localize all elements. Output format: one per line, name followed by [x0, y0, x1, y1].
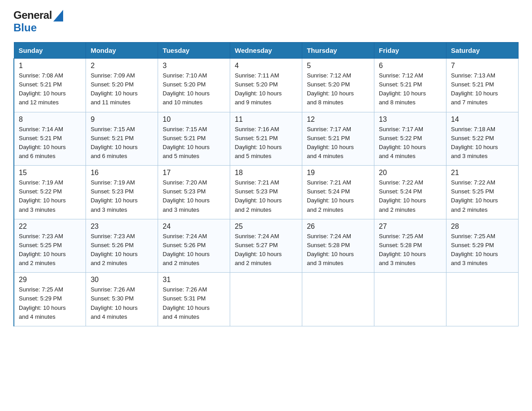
day-number: 30	[90, 276, 153, 284]
day-number: 12	[307, 116, 369, 124]
calendar-cell: 5Sunrise: 7:12 AMSunset: 5:20 PMDaylight…	[302, 59, 374, 112]
day-number: 23	[90, 223, 153, 231]
weekday-header-row: SundayMondayTuesdayWednesdayThursdayFrid…	[14, 43, 519, 59]
calendar-cell: 8Sunrise: 7:14 AMSunset: 5:21 PMDaylight…	[14, 112, 86, 166]
day-number: 28	[451, 223, 514, 231]
logo-triangle-icon	[53, 10, 63, 21]
weekday-header-thursday: Thursday	[302, 43, 374, 59]
day-number: 20	[379, 169, 442, 177]
week-row-4: 22Sunrise: 7:23 AMSunset: 5:25 PMDayligh…	[14, 219, 519, 273]
day-detail: Sunrise: 7:16 AMSunset: 5:21 PMDaylight:…	[235, 125, 297, 161]
day-number: 8	[19, 116, 81, 124]
calendar-cell: 31Sunrise: 7:26 AMSunset: 5:31 PMDayligh…	[158, 273, 230, 326]
day-number: 25	[235, 223, 297, 231]
day-number: 2	[90, 62, 153, 70]
day-number: 4	[235, 62, 297, 70]
day-detail: Sunrise: 7:19 AMSunset: 5:23 PMDaylight:…	[90, 178, 153, 214]
calendar-cell	[374, 273, 446, 326]
calendar-cell: 28Sunrise: 7:25 AMSunset: 5:29 PMDayligh…	[446, 219, 519, 273]
calendar-table: SundayMondayTuesdayWednesdayThursdayFrid…	[13, 42, 519, 326]
day-number: 10	[163, 116, 225, 124]
day-detail: Sunrise: 7:08 AMSunset: 5:21 PMDaylight:…	[19, 71, 81, 107]
day-detail: Sunrise: 7:15 AMSunset: 5:21 PMDaylight:…	[90, 125, 153, 161]
calendar-cell: 21Sunrise: 7:22 AMSunset: 5:25 PMDayligh…	[446, 166, 519, 219]
calendar-cell: 2Sunrise: 7:09 AMSunset: 5:20 PMDaylight…	[86, 59, 158, 112]
weekday-header-tuesday: Tuesday	[158, 43, 230, 59]
calendar-cell: 18Sunrise: 7:21 AMSunset: 5:23 PMDayligh…	[230, 166, 302, 219]
day-number: 17	[163, 169, 225, 177]
calendar-cell: 6Sunrise: 7:12 AMSunset: 5:21 PMDaylight…	[374, 59, 446, 112]
day-detail: Sunrise: 7:25 AMSunset: 5:29 PMDaylight:…	[451, 232, 514, 268]
calendar-cell: 1Sunrise: 7:08 AMSunset: 5:21 PMDaylight…	[14, 59, 86, 112]
day-number: 22	[19, 223, 81, 231]
weekday-header-wednesday: Wednesday	[230, 43, 302, 59]
logo-blue-text: Blue	[13, 21, 37, 34]
day-detail: Sunrise: 7:11 AMSunset: 5:20 PMDaylight:…	[235, 71, 297, 107]
day-number: 11	[235, 116, 297, 124]
day-detail: Sunrise: 7:19 AMSunset: 5:22 PMDaylight:…	[19, 178, 81, 214]
weekday-header-monday: Monday	[86, 43, 158, 59]
day-number: 1	[19, 62, 81, 70]
day-number: 15	[19, 169, 81, 177]
calendar-cell	[230, 273, 302, 326]
day-detail: Sunrise: 7:10 AMSunset: 5:20 PMDaylight:…	[163, 71, 225, 107]
day-number: 16	[90, 169, 153, 177]
calendar-cell: 13Sunrise: 7:17 AMSunset: 5:22 PMDayligh…	[374, 112, 446, 166]
calendar-cell: 20Sunrise: 7:22 AMSunset: 5:24 PMDayligh…	[374, 166, 446, 219]
calendar-cell: 30Sunrise: 7:26 AMSunset: 5:30 PMDayligh…	[86, 273, 158, 326]
day-detail: Sunrise: 7:21 AMSunset: 5:23 PMDaylight:…	[235, 178, 297, 214]
logo-general-text: General	[13, 9, 52, 21]
calendar-cell: 22Sunrise: 7:23 AMSunset: 5:25 PMDayligh…	[14, 219, 86, 273]
day-number: 31	[163, 276, 225, 284]
day-detail: Sunrise: 7:25 AMSunset: 5:28 PMDaylight:…	[379, 232, 442, 268]
day-number: 7	[451, 62, 514, 70]
day-detail: Sunrise: 7:20 AMSunset: 5:23 PMDaylight:…	[163, 178, 225, 214]
week-row-5: 29Sunrise: 7:25 AMSunset: 5:29 PMDayligh…	[14, 273, 519, 326]
day-detail: Sunrise: 7:18 AMSunset: 5:22 PMDaylight:…	[451, 125, 514, 161]
calendar-cell	[302, 273, 374, 326]
day-number: 21	[451, 169, 514, 177]
calendar-cell	[446, 273, 519, 326]
day-detail: Sunrise: 7:15 AMSunset: 5:21 PMDaylight:…	[163, 125, 225, 161]
calendar-cell: 11Sunrise: 7:16 AMSunset: 5:21 PMDayligh…	[230, 112, 302, 166]
day-detail: Sunrise: 7:17 AMSunset: 5:21 PMDaylight:…	[307, 125, 369, 161]
calendar-cell: 25Sunrise: 7:24 AMSunset: 5:27 PMDayligh…	[230, 219, 302, 273]
calendar-cell: 7Sunrise: 7:13 AMSunset: 5:21 PMDaylight…	[446, 59, 519, 112]
day-number: 19	[307, 169, 369, 177]
day-detail: Sunrise: 7:22 AMSunset: 5:25 PMDaylight:…	[451, 178, 514, 214]
day-detail: Sunrise: 7:09 AMSunset: 5:20 PMDaylight:…	[90, 71, 153, 107]
day-detail: Sunrise: 7:22 AMSunset: 5:24 PMDaylight:…	[379, 178, 442, 214]
calendar-cell: 9Sunrise: 7:15 AMSunset: 5:21 PMDaylight…	[86, 112, 158, 166]
weekday-header-saturday: Saturday	[446, 43, 519, 59]
week-row-2: 8Sunrise: 7:14 AMSunset: 5:21 PMDaylight…	[14, 112, 519, 166]
page-header: General Blue	[13, 9, 519, 34]
calendar-cell: 12Sunrise: 7:17 AMSunset: 5:21 PMDayligh…	[302, 112, 374, 166]
calendar-cell: 29Sunrise: 7:25 AMSunset: 5:29 PMDayligh…	[14, 273, 86, 326]
svg-marker-0	[53, 10, 63, 21]
day-number: 24	[163, 223, 225, 231]
day-number: 6	[379, 62, 442, 70]
day-detail: Sunrise: 7:26 AMSunset: 5:30 PMDaylight:…	[90, 285, 153, 321]
day-detail: Sunrise: 7:12 AMSunset: 5:20 PMDaylight:…	[307, 71, 369, 107]
day-detail: Sunrise: 7:24 AMSunset: 5:26 PMDaylight:…	[163, 232, 225, 268]
day-number: 5	[307, 62, 369, 70]
day-number: 13	[379, 116, 442, 124]
day-detail: Sunrise: 7:12 AMSunset: 5:21 PMDaylight:…	[379, 71, 442, 107]
calendar-cell: 16Sunrise: 7:19 AMSunset: 5:23 PMDayligh…	[86, 166, 158, 219]
day-detail: Sunrise: 7:24 AMSunset: 5:28 PMDaylight:…	[307, 232, 369, 268]
day-detail: Sunrise: 7:21 AMSunset: 5:24 PMDaylight:…	[307, 178, 369, 214]
calendar-cell: 17Sunrise: 7:20 AMSunset: 5:23 PMDayligh…	[158, 166, 230, 219]
calendar-cell: 10Sunrise: 7:15 AMSunset: 5:21 PMDayligh…	[158, 112, 230, 166]
day-detail: Sunrise: 7:24 AMSunset: 5:27 PMDaylight:…	[235, 232, 297, 268]
calendar-cell: 15Sunrise: 7:19 AMSunset: 5:22 PMDayligh…	[14, 166, 86, 219]
calendar-cell: 26Sunrise: 7:24 AMSunset: 5:28 PMDayligh…	[302, 219, 374, 273]
day-number: 26	[307, 223, 369, 231]
day-number: 18	[235, 169, 297, 177]
calendar-cell: 27Sunrise: 7:25 AMSunset: 5:28 PMDayligh…	[374, 219, 446, 273]
logo: General Blue	[13, 9, 63, 34]
day-detail: Sunrise: 7:23 AMSunset: 5:26 PMDaylight:…	[90, 232, 153, 268]
calendar-cell: 3Sunrise: 7:10 AMSunset: 5:20 PMDaylight…	[158, 59, 230, 112]
day-detail: Sunrise: 7:14 AMSunset: 5:21 PMDaylight:…	[19, 125, 81, 161]
weekday-header-friday: Friday	[374, 43, 446, 59]
day-number: 9	[90, 116, 153, 124]
